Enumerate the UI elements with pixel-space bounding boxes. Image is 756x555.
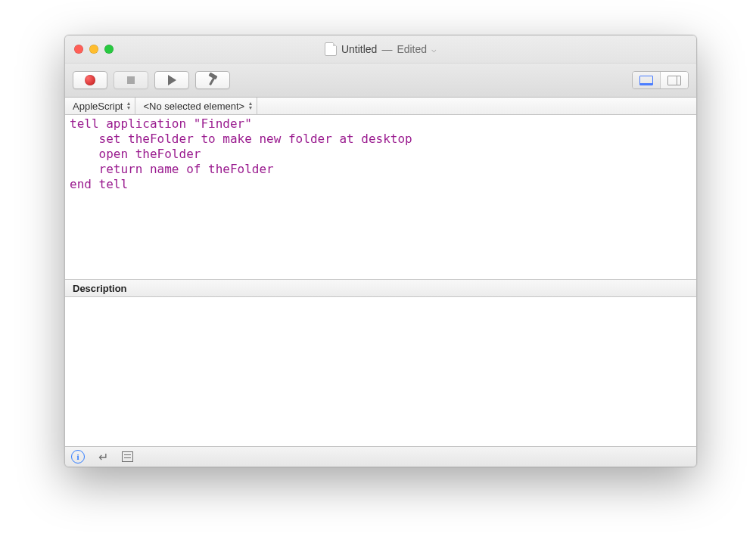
compile-button[interactable] — [195, 71, 230, 89]
stepper-icon: ▴▾ — [249, 101, 252, 110]
view-mode-segmented — [632, 71, 689, 89]
log-icon[interactable] — [122, 451, 133, 462]
zoom-window-button[interactable] — [104, 45, 114, 54]
panel-side-icon — [667, 76, 681, 85]
language-picker[interactable]: AppleScript ▴▾ — [65, 98, 135, 114]
language-label: AppleScript — [73, 101, 123, 112]
document-icon — [325, 42, 337, 56]
element-picker[interactable]: <No selected element> ▴▾ — [135, 98, 257, 114]
close-window-button[interactable] — [74, 45, 83, 54]
title-dash: — — [381, 43, 392, 55]
stop-icon — [127, 76, 135, 84]
window-title[interactable]: Untitled — Edited ⌵ — [65, 42, 696, 56]
minimize-window-button[interactable] — [89, 45, 98, 54]
stepper-icon: ▴▾ — [127, 101, 130, 110]
chevron-down-icon: ⌵ — [431, 45, 437, 54]
view-mode-bottom-panel[interactable] — [633, 72, 660, 88]
traffic-lights — [65, 45, 114, 54]
titlebar: Untitled — Edited ⌵ — [65, 36, 696, 64]
hammer-icon — [207, 74, 219, 86]
script-source: tell application "Finder" set theFolder … — [70, 116, 412, 191]
description-section-header[interactable]: Description — [65, 280, 696, 297]
panel-bottom-icon — [639, 76, 653, 85]
document-state: Edited — [397, 43, 427, 55]
info-icon[interactable]: i — [71, 450, 85, 464]
document-name: Untitled — [341, 43, 377, 55]
description-label: Description — [73, 283, 127, 294]
toolbar — [65, 64, 696, 98]
play-icon — [168, 75, 176, 85]
bottom-bar: i ↵ — [65, 446, 696, 467]
stop-button[interactable] — [114, 71, 148, 89]
result-icon[interactable]: ↵ — [98, 450, 108, 464]
record-icon — [85, 75, 95, 85]
script-editor-window: Untitled — Edited ⌵ — [64, 35, 697, 467]
view-mode-side-panel[interactable] — [660, 72, 688, 88]
run-button[interactable] — [154, 71, 189, 89]
script-editor-textarea[interactable]: tell application "Finder" set theFolder … — [65, 115, 696, 280]
record-button[interactable] — [73, 71, 107, 89]
element-label: <No selected element> — [143, 101, 244, 112]
navigation-bar: AppleScript ▴▾ <No selected element> ▴▾ — [65, 98, 696, 115]
description-textarea[interactable] — [65, 297, 696, 446]
